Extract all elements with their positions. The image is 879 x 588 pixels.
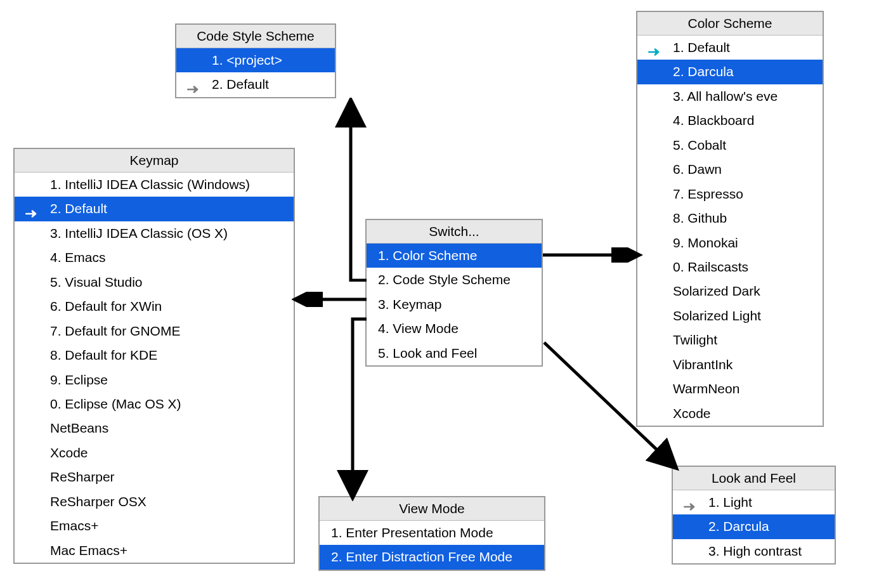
- item-label: 9. Monokai: [673, 235, 738, 250]
- keymap-item[interactable]: Xcode: [15, 441, 294, 465]
- keymap-item[interactable]: ReSharper: [15, 465, 294, 489]
- switch-item[interactable]: 2. Code Style Scheme: [367, 268, 542, 292]
- item-label: 1. Light: [708, 495, 752, 509]
- color-scheme-item[interactable]: 7. Espresso: [637, 182, 823, 206]
- panel-items: 1. Color Scheme2. Code Style Scheme3. Ke…: [367, 244, 542, 365]
- look-and-feel-item[interactable]: 2. Darcula: [673, 514, 835, 539]
- item-label: 6. Dawn: [673, 162, 722, 176]
- item-label: 5. Cobalt: [673, 138, 726, 152]
- item-label: Emacs+: [50, 518, 98, 533]
- item-label: 0. Railscasts: [673, 259, 748, 274]
- item-label: 3. IntelliJ IDEA Classic (OS X): [50, 226, 228, 240]
- switch-panel: Switch... 1. Color Scheme2. Code Style S…: [365, 219, 543, 367]
- arrow-right-icon: [25, 204, 40, 214]
- code-style-item[interactable]: 2. Default: [176, 72, 335, 96]
- look-and-feel-item[interactable]: 1. Light: [673, 490, 835, 514]
- keymap-item[interactable]: 8. Default for KDE: [15, 343, 294, 367]
- color-scheme-item[interactable]: Xcode: [637, 402, 823, 426]
- color-scheme-item[interactable]: 4. Blackboard: [637, 108, 823, 133]
- color-scheme-item[interactable]: Twilight: [637, 328, 823, 352]
- keymap-item[interactable]: Mac Emacs+: [15, 539, 294, 563]
- item-label: Twilight: [673, 332, 717, 347]
- keymap-item[interactable]: Emacs+: [15, 514, 294, 538]
- item-label: 8. Github: [673, 211, 727, 225]
- panel-items: 1. IntelliJ IDEA Classic (Windows)2. Def…: [15, 173, 294, 563]
- item-label: 5. Look and Feel: [378, 346, 477, 360]
- item-label: VibrantInk: [673, 357, 732, 372]
- code-style-panel: Code Style Scheme 1. <project>2. Default: [175, 23, 336, 98]
- color-scheme-item[interactable]: 8. Github: [637, 206, 823, 230]
- keymap-item[interactable]: 7. Default for GNOME: [15, 319, 294, 343]
- item-label: 2. Darcula: [673, 64, 734, 79]
- view-mode-item[interactable]: 1. Enter Presentation Mode: [320, 521, 544, 545]
- item-label: 0. Eclipse (Mac OS X): [50, 396, 181, 411]
- color-scheme-item[interactable]: 0. Railscasts: [637, 255, 823, 279]
- panel-title: Keymap: [15, 149, 294, 173]
- item-label: 6. Default for XWin: [50, 299, 162, 313]
- item-label: 1. Color Scheme: [378, 248, 477, 263]
- connector-arrow-icon: [542, 247, 643, 263]
- look-and-feel-panel: Look and Feel 1. Light2. Darcula3. High …: [672, 466, 836, 565]
- item-label: 2. Enter Distraction Free Mode: [331, 549, 512, 564]
- keymap-item[interactable]: NetBeans: [15, 416, 294, 440]
- item-label: Solarized Dark: [673, 284, 760, 298]
- switch-item[interactable]: 5. Look and Feel: [367, 341, 542, 365]
- panel-title: Look and Feel: [673, 467, 835, 490]
- item-label: 3. Keymap: [378, 297, 441, 311]
- item-label: 7. Espresso: [673, 186, 743, 201]
- connector-arrow-icon: [332, 98, 370, 282]
- item-label: 4. Blackboard: [673, 113, 754, 127]
- panel-title: Code Style Scheme: [176, 25, 335, 48]
- color-scheme-item[interactable]: Solarized Dark: [637, 279, 823, 303]
- keymap-item[interactable]: 6. Default for XWin: [15, 294, 294, 318]
- item-label: Xcode: [50, 445, 88, 460]
- color-scheme-item[interactable]: 2. Darcula: [637, 60, 823, 84]
- item-label: WarmNeon: [673, 381, 739, 396]
- keymap-item[interactable]: ReSharper OSX: [15, 490, 294, 514]
- color-scheme-item[interactable]: VibrantInk: [637, 353, 823, 377]
- color-scheme-item[interactable]: 3. All hallow's eve: [637, 84, 823, 108]
- panel-items: 1. Light2. Darcula3. High contrast: [673, 490, 835, 563]
- item-label: 2. Default: [50, 201, 107, 216]
- color-scheme-item[interactable]: 9. Monokai: [637, 231, 823, 255]
- keymap-panel: Keymap 1. IntelliJ IDEA Classic (Windows…: [13, 148, 295, 564]
- item-label: 1. Default: [673, 40, 730, 55]
- color-scheme-item[interactable]: 5. Cobalt: [637, 133, 823, 157]
- panel-items: 1. Enter Presentation Mode2. Enter Distr…: [320, 521, 544, 570]
- keymap-item[interactable]: 9. Eclipse: [15, 368, 294, 392]
- code-style-item[interactable]: 1. <project>: [176, 48, 335, 72]
- keymap-item[interactable]: 1. IntelliJ IDEA Classic (Windows): [15, 173, 294, 197]
- item-label: 1. Enter Presentation Mode: [331, 525, 493, 540]
- panel-title: Color Scheme: [637, 12, 823, 36]
- switch-item[interactable]: 3. Keymap: [367, 292, 542, 317]
- keymap-item[interactable]: 4. Emacs: [15, 245, 294, 270]
- color-scheme-panel: Color Scheme 1. Default2. Darcula3. All …: [636, 11, 824, 427]
- color-scheme-item[interactable]: 1. Default: [637, 36, 823, 60]
- arrow-right-icon: [683, 497, 698, 507]
- arrow-right-icon: [648, 42, 663, 53]
- item-label: 4. Emacs: [50, 250, 106, 265]
- item-label: 5. Visual Studio: [50, 275, 143, 289]
- item-label: 1. IntelliJ IDEA Classic (Windows): [50, 177, 250, 192]
- look-and-feel-item[interactable]: 3. High contrast: [673, 539, 835, 563]
- item-label: 7. Default for GNOME: [50, 323, 180, 338]
- keymap-item[interactable]: 5. Visual Studio: [15, 270, 294, 294]
- color-scheme-item[interactable]: Solarized Light: [637, 304, 823, 328]
- switch-item[interactable]: 1. Color Scheme: [367, 244, 542, 268]
- item-label: 3. All hallow's eve: [673, 89, 778, 103]
- item-label: Solarized Light: [673, 308, 761, 323]
- keymap-item[interactable]: 3. IntelliJ IDEA Classic (OS X): [15, 221, 294, 245]
- color-scheme-item[interactable]: WarmNeon: [637, 377, 823, 401]
- item-label: 2. Code Style Scheme: [378, 272, 511, 287]
- view-mode-item[interactable]: 2. Enter Distraction Free Mode: [320, 545, 544, 569]
- color-scheme-item[interactable]: 6. Dawn: [637, 157, 823, 181]
- arrow-right-icon: [186, 80, 202, 90]
- keymap-item[interactable]: 2. Default: [15, 197, 294, 221]
- item-label: NetBeans: [50, 421, 108, 435]
- keymap-item[interactable]: 0. Eclipse (Mac OS X): [15, 392, 294, 416]
- switch-item[interactable]: 4. View Mode: [367, 317, 542, 341]
- panel-items: 1. <project>2. Default: [176, 48, 335, 97]
- panel-items: 1. Default2. Darcula3. All hallow's eve4…: [637, 36, 823, 426]
- view-mode-panel: View Mode 1. Enter Presentation Mode2. E…: [318, 496, 545, 571]
- item-label: 4. View Mode: [378, 321, 459, 336]
